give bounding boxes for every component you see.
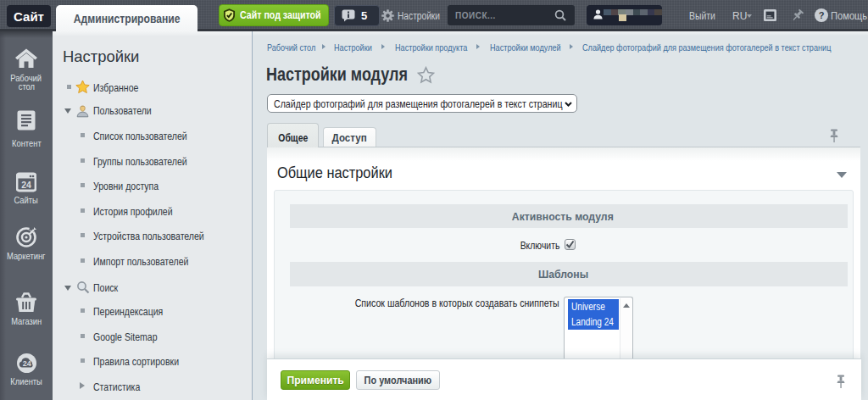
svg-text:24: 24 — [23, 359, 31, 368]
svg-text:24: 24 — [21, 180, 31, 190]
